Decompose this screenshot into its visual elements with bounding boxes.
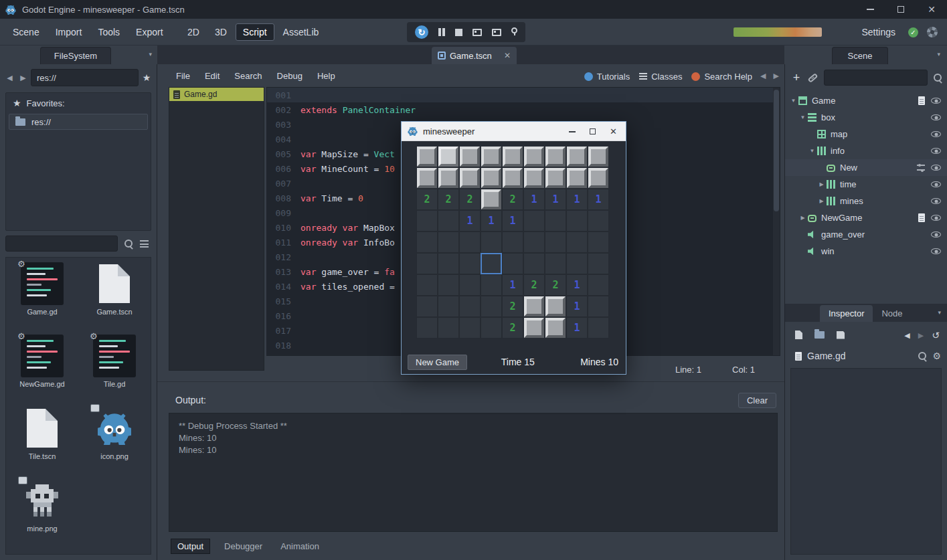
- ms-cell[interactable]: [416, 146, 438, 167]
- ms-cell[interactable]: [545, 210, 566, 231]
- visibility-eye-icon[interactable]: [931, 181, 941, 187]
- scene-node-box[interactable]: ▼box: [785, 109, 947, 126]
- close-button[interactable]: ✕: [916, 0, 947, 19]
- play-scene-icon[interactable]: [472, 29, 482, 36]
- ms-cell[interactable]: [438, 253, 459, 274]
- ms-cell[interactable]: [588, 274, 609, 296]
- ms-cell[interactable]: [523, 146, 545, 167]
- tab-filesystem[interactable]: FileSystem: [40, 47, 111, 64]
- attached-script-icon[interactable]: [918, 213, 925, 222]
- ms-cell[interactable]: [459, 146, 481, 167]
- script-forward-icon[interactable]: ▶: [774, 72, 779, 80]
- favorite-res-folder[interactable]: res://: [9, 114, 148, 130]
- ms-cell[interactable]: 1: [523, 189, 545, 210]
- file-tile-tscn[interactable]: Tile.tscn: [6, 405, 78, 478]
- ms-cell[interactable]: 2: [502, 189, 523, 210]
- scene-node-game_over[interactable]: game_over: [785, 226, 947, 243]
- ms-cell[interactable]: 1: [566, 189, 588, 210]
- mode-3d[interactable]: 3D: [208, 24, 234, 40]
- ms-cell[interactable]: [438, 317, 459, 339]
- tree-expand-arrow[interactable]: ▶: [817, 198, 826, 204]
- ms-cell[interactable]: [481, 253, 502, 274]
- ms-cell[interactable]: [545, 146, 566, 167]
- ms-cell[interactable]: [588, 253, 609, 274]
- ms-cell[interactable]: [438, 231, 459, 253]
- inspector-options-icon[interactable]: ⚙: [932, 351, 941, 361]
- ms-cell[interactable]: [588, 317, 609, 339]
- clear-button[interactable]: Clear: [738, 393, 776, 408]
- tree-expand-arrow[interactable]: ▼: [798, 114, 807, 120]
- tree-expand-arrow[interactable]: ▼: [808, 148, 816, 154]
- ms-cell[interactable]: [502, 167, 523, 189]
- ms-cell[interactable]: [481, 274, 502, 296]
- ms-cell[interactable]: [481, 189, 502, 210]
- script-menu-search[interactable]: Search: [228, 68, 268, 84]
- minimize-button[interactable]: [562, 124, 582, 140]
- ms-cell[interactable]: 1: [545, 189, 566, 210]
- ms-cell[interactable]: 2: [523, 274, 545, 296]
- favorite-star-icon[interactable]: ★: [141, 72, 153, 83]
- ms-cell[interactable]: [481, 317, 502, 339]
- file-game-gd[interactable]: ⚙Game.gd: [6, 261, 78, 333]
- ms-cell[interactable]: [545, 317, 566, 339]
- file-mine-png[interactable]: mine.png: [6, 478, 78, 550]
- ms-cell[interactable]: [588, 210, 609, 231]
- history-back-icon[interactable]: ◀: [4, 74, 15, 82]
- ms-cell[interactable]: [481, 231, 502, 253]
- ms-cell[interactable]: 1: [502, 210, 523, 231]
- visibility-eye-icon[interactable]: [931, 198, 941, 204]
- ms-cell[interactable]: [588, 146, 609, 167]
- dock-menu-arrow-icon[interactable]: ▾: [937, 51, 940, 58]
- file-newgame-gd[interactable]: ⚙NewGame.gd: [6, 333, 78, 405]
- file-tile-gd[interactable]: ⚙Tile.gd: [78, 333, 151, 405]
- tab-inspector[interactable]: Inspector: [820, 305, 873, 322]
- settings-button[interactable]: Settings: [857, 24, 899, 40]
- search-property-icon[interactable]: [918, 352, 927, 361]
- play-running-icon[interactable]: ↻: [415, 25, 428, 39]
- tree-expand-arrow[interactable]: ▶: [798, 215, 807, 221]
- ms-cell[interactable]: [459, 274, 481, 296]
- visibility-eye-icon[interactable]: [931, 248, 941, 254]
- ms-cell[interactable]: [523, 317, 545, 339]
- ms-cell[interactable]: 1: [566, 296, 588, 317]
- ms-cell[interactable]: [566, 231, 588, 253]
- ms-cell[interactable]: [481, 146, 502, 167]
- visibility-eye-icon[interactable]: [931, 114, 941, 120]
- ms-cell[interactable]: [502, 231, 523, 253]
- mode-2d[interactable]: 2D: [181, 24, 206, 40]
- script-menu-file[interactable]: File: [169, 68, 197, 84]
- ms-cell[interactable]: 1: [588, 189, 609, 210]
- ms-cell[interactable]: 2: [416, 189, 438, 210]
- script-menu-debug[interactable]: Debug: [270, 68, 309, 84]
- visibility-eye-icon[interactable]: [931, 148, 941, 154]
- visibility-eye-icon[interactable]: [931, 231, 941, 238]
- bottom-tab-output[interactable]: Output: [171, 539, 210, 554]
- ms-cell[interactable]: 1: [502, 274, 523, 296]
- bottom-tab-animation[interactable]: Animation: [276, 539, 323, 553]
- menu-scene[interactable]: Scene: [5, 23, 47, 41]
- code-line[interactable]: 001: [267, 88, 780, 102]
- search-icon[interactable]: [124, 240, 133, 248]
- menu-tools[interactable]: Tools: [90, 23, 127, 41]
- search-icon[interactable]: [934, 74, 942, 82]
- ms-cell[interactable]: 2: [502, 317, 523, 339]
- ms-cell[interactable]: 2: [545, 274, 566, 296]
- scene-node-time[interactable]: ▶time: [785, 176, 947, 193]
- dock-menu-arrow-icon[interactable]: ▾: [938, 309, 941, 316]
- tree-expand-arrow[interactable]: ▼: [789, 98, 798, 104]
- ms-cell[interactable]: [459, 231, 481, 253]
- bottom-tab-debugger[interactable]: Debugger: [220, 539, 266, 553]
- view-toggle-icon[interactable]: [140, 240, 149, 248]
- ms-cell[interactable]: 2: [459, 189, 481, 210]
- code-scrollbar[interactable]: [773, 88, 780, 355]
- tab-game-tscn[interactable]: Game.tscn ✕: [432, 47, 517, 64]
- ms-cell[interactable]: [416, 296, 438, 317]
- file-game-tscn[interactable]: Game.tscn: [78, 261, 151, 333]
- ms-cell[interactable]: [438, 167, 459, 189]
- ms-cell[interactable]: [459, 296, 481, 317]
- new-game-button[interactable]: New Game: [408, 355, 467, 370]
- ms-cell[interactable]: [416, 253, 438, 274]
- ms-cell[interactable]: 1: [566, 274, 588, 296]
- scene-node-win[interactable]: win: [785, 243, 947, 260]
- script-menu-edit[interactable]: Edit: [198, 68, 226, 84]
